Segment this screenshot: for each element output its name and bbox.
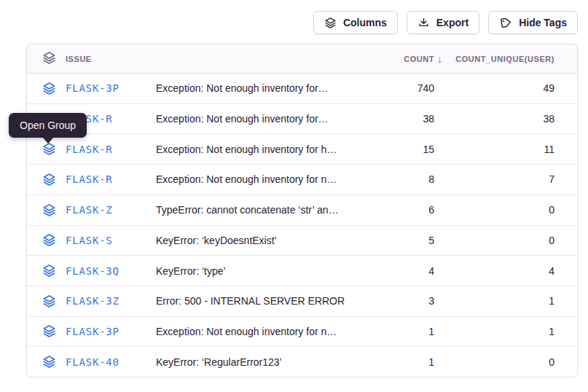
issue-link[interactable]: FLASK-40	[66, 356, 119, 368]
table-row[interactable]: FLASK-40 KeyError: ‘RegularError123’ 1 0	[27, 347, 577, 377]
issue-title: Exception: Not enough inventory for h…	[156, 144, 368, 155]
issue-title: KeyError: ‘type’	[156, 265, 368, 277]
open-group-button[interactable]	[42, 142, 56, 156]
stack-icon	[42, 294, 56, 308]
issue-title: KeyError: ‘RegularError123’	[156, 356, 368, 368]
table-body: FLASK-3P Exception: Not enough inventory…	[27, 74, 577, 377]
count-unique-value: 7	[444, 173, 577, 185]
column-header-issue[interactable]: ISSUE	[27, 51, 156, 66]
table-row[interactable]: FLASK-3Q KeyError: ‘type’ 4 4	[27, 256, 577, 286]
results-table: ISSUE COUNT ↓ COUNT_UNIQUE(USER) FLASK-3…	[26, 44, 578, 377]
issue-title: TypeError: cannot concatenate ‘str’ an…	[156, 204, 368, 216]
issue-link[interactable]: FLASK-3P	[66, 82, 119, 94]
count-unique-value: 0	[444, 235, 577, 246]
count-unique-value: 0	[444, 356, 577, 368]
issue-link[interactable]: FLASK-3Z	[66, 295, 119, 307]
issue-cell: FLASK-3Q	[27, 264, 156, 278]
count-value: 38	[368, 113, 444, 125]
table-row[interactable]: FLASK-3P Exception: Not enough inventory…	[27, 317, 577, 348]
issue-cell: FLASK-R	[27, 142, 156, 156]
count-value: 15	[368, 144, 444, 155]
stack-icon	[42, 264, 56, 278]
issue-cell: FLASK-R	[27, 173, 156, 187]
issue-title: Exception: Not enough inventory for n…	[156, 173, 368, 185]
issue-cell: FLASK-40	[27, 355, 156, 369]
export-button[interactable]: Export	[407, 11, 479, 34]
sort-desc-icon[interactable]: ↓	[437, 53, 442, 65]
open-group-button[interactable]	[42, 355, 56, 369]
open-group-button[interactable]	[42, 324, 56, 338]
stack-icon	[42, 355, 56, 369]
table-row[interactable]: FLASK-R Exception: Not enough inventory …	[27, 104, 577, 135]
issue-link[interactable]: FLASK-S	[66, 235, 113, 246]
open-group-button[interactable]	[42, 203, 56, 217]
columns-button-label: Columns	[343, 17, 387, 28]
table-row[interactable]: FLASK-R Exception: Not enough inventory …	[27, 165, 577, 195]
stack-icon	[42, 324, 56, 338]
stack-icon	[324, 17, 337, 29]
count-value: 6	[368, 204, 444, 216]
hide-tags-button[interactable]: Hide Tags	[488, 11, 578, 34]
hide-tags-button-label: Hide Tags	[519, 17, 567, 28]
count-value: 5	[368, 235, 444, 246]
table-header-row: ISSUE COUNT ↓ COUNT_UNIQUE(USER)	[27, 44, 577, 74]
tag-icon	[499, 16, 512, 29]
issue-cell: FLASK-Z	[27, 203, 156, 217]
count-unique-value: 11	[444, 144, 577, 155]
columns-button[interactable]: Columns	[313, 11, 398, 34]
issue-link[interactable]: FLASK-3P	[66, 326, 119, 337]
issue-link[interactable]: FLASK-R	[66, 144, 113, 155]
column-header-count-label: COUNT	[404, 55, 434, 63]
table-row[interactable]: FLASK-3Z Error: 500 - INTERNAL SERVER ER…	[27, 286, 577, 317]
count-value: 1	[368, 326, 444, 337]
issue-cell: FLASK-S	[27, 233, 156, 247]
issue-cell: FLASK-3P	[27, 324, 156, 338]
stack-icon	[42, 51, 56, 66]
download-icon	[418, 17, 430, 29]
count-unique-value: 38	[444, 113, 577, 125]
issue-link[interactable]: FLASK-3Q	[66, 265, 119, 277]
count-value: 3	[368, 295, 444, 307]
table-row[interactable]: FLASK-Z TypeError: cannot concatenate ‘s…	[27, 195, 577, 226]
issue-title: KeyError: ‘keyDoesntExist’	[156, 235, 368, 246]
count-unique-value: 49	[444, 82, 577, 94]
column-header-count[interactable]: COUNT ↓	[368, 53, 444, 65]
table-row[interactable]: FLASK-R Exception: Not enough inventory …	[27, 134, 577, 165]
count-value: 740	[368, 82, 444, 94]
stack-icon	[42, 233, 56, 247]
open-group-tooltip: Open Group	[9, 113, 87, 138]
count-unique-value: 4	[444, 265, 577, 277]
stack-icon	[42, 82, 56, 95]
issue-cell: FLASK-3Z	[27, 294, 156, 308]
column-header-count-unique[interactable]: COUNT_UNIQUE(USER)	[444, 55, 577, 63]
count-unique-value: 1	[444, 326, 577, 337]
issue-title: Exception: Not enough inventory for…	[156, 113, 368, 125]
count-unique-value: 1	[444, 295, 577, 307]
stack-icon	[42, 173, 56, 187]
stack-icon	[42, 203, 56, 217]
open-group-button[interactable]	[42, 233, 56, 247]
toolbar: Columns Export Hide Tags	[313, 11, 578, 34]
column-header-issue-label: ISSUE	[66, 55, 92, 63]
issue-title: Error: 500 - INTERNAL SERVER ERROR	[156, 295, 368, 307]
count-value: 1	[368, 356, 444, 368]
count-unique-value: 0	[444, 204, 577, 216]
open-group-button[interactable]	[42, 173, 56, 187]
export-button-label: Export	[436, 17, 469, 28]
column-header-count-unique-label: COUNT_UNIQUE(USER)	[455, 55, 554, 63]
open-group-button[interactable]	[42, 82, 56, 95]
issue-link[interactable]: FLASK-R	[66, 173, 113, 185]
table-row[interactable]: FLASK-3P Exception: Not enough inventory…	[27, 74, 577, 104]
open-group-button[interactable]	[42, 264, 56, 278]
issue-link[interactable]: FLASK-Z	[66, 204, 113, 216]
stack-icon	[42, 142, 56, 156]
table-row[interactable]: FLASK-S KeyError: ‘keyDoesntExist’ 5 0	[27, 226, 577, 256]
count-value: 8	[368, 173, 444, 185]
issue-title: Exception: Not enough inventory for n…	[156, 326, 368, 337]
issue-cell: FLASK-3P	[27, 82, 156, 95]
issue-title: Exception: Not enough inventory for…	[156, 82, 368, 94]
open-group-button[interactable]	[42, 294, 56, 308]
count-value: 4	[368, 265, 444, 277]
